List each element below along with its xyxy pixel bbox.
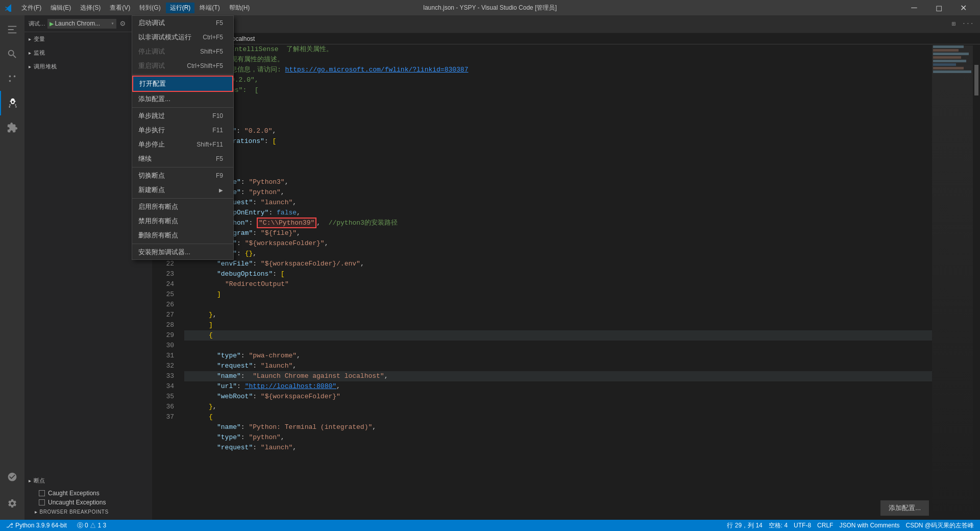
restart-debug-shortcut: Ctrl+Shift+F5	[187, 62, 223, 69]
menu-continue[interactable]: 继续 F5	[132, 152, 233, 166]
restart-debug-label: 重启调试	[138, 61, 165, 70]
step-into-shortcut: F11	[212, 127, 223, 134]
open-config-label: 打开配置	[139, 79, 166, 88]
menu-sep-1	[132, 74, 233, 75]
step-out-label: 单步停止	[138, 140, 165, 149]
toggle-breakpoint-shortcut: F9	[216, 172, 223, 179]
disable-all-label: 禁用所有断点	[138, 216, 178, 226]
start-debug-shortcut: F5	[216, 19, 223, 27]
continue-label: 继续	[138, 154, 152, 163]
run-without-debug-shortcut: Ctrl+F5	[203, 34, 223, 41]
new-breakpoint-arrow-icon: ▶	[219, 187, 223, 193]
menu-start-debug[interactable]: 启动调试 F5	[132, 16, 233, 30]
menu-step-over[interactable]: 单步跳过 F10	[132, 109, 233, 123]
menu-toggle-breakpoint[interactable]: 切换断点 F9	[132, 168, 233, 183]
menu-enable-all-breakpoints[interactable]: 启用所有断点	[132, 200, 233, 214]
menu-install-debugger[interactable]: 安装附加调试器...	[132, 245, 233, 259]
step-into-label: 单步执行	[138, 126, 165, 135]
step-over-label: 单步跳过	[138, 111, 165, 120]
continue-shortcut: F5	[216, 155, 223, 162]
enable-all-label: 启用所有断点	[138, 202, 178, 211]
run-dropdown-menu: 启动调试 F5 以非调试模式运行 Ctrl+F5 停止调试 Shift+F5 重…	[132, 15, 234, 260]
add-config-label: 添加配置...	[138, 94, 170, 104]
menu-step-into[interactable]: 单步执行 F11	[132, 123, 233, 137]
stop-debug-label: 停止调试	[138, 47, 165, 56]
menu-sep-2	[132, 107, 233, 108]
new-breakpoint-label: 新建断点	[138, 185, 165, 195]
install-debugger-label: 安装附加调试器...	[138, 248, 190, 257]
run-without-debug-label: 以非调试模式运行	[138, 33, 191, 42]
menu-disable-all-breakpoints[interactable]: 禁用所有断点	[132, 214, 233, 228]
menu-stop-debug: 停止调试 Shift+F5	[132, 44, 233, 59]
toggle-breakpoint-label: 切换断点	[138, 171, 165, 180]
menu-sep-5	[132, 244, 233, 244]
stop-debug-shortcut: Shift+F5	[200, 48, 223, 55]
menu-run-without-debug[interactable]: 以非调试模式运行 Ctrl+F5	[132, 30, 233, 44]
menu-restart-debug: 重启调试 Ctrl+Shift+F5	[132, 59, 233, 73]
step-over-shortcut: F10	[212, 112, 223, 119]
menu-new-breakpoint[interactable]: 新建断点 ▶	[132, 183, 233, 197]
menu-sep-4	[132, 198, 233, 199]
step-out-shortcut: Shift+F11	[197, 141, 223, 148]
remove-all-label: 删除所有断点	[138, 231, 178, 240]
start-debug-label: 启动调试	[138, 18, 165, 28]
menu-add-config[interactable]: 添加配置...	[132, 92, 233, 106]
menu-sep-3	[132, 167, 233, 167]
menu-remove-all-breakpoints[interactable]: 删除所有断点	[132, 228, 233, 243]
menu-step-out[interactable]: 单步停止 Shift+F11	[132, 137, 233, 152]
menu-open-config[interactable]: 打开配置	[132, 76, 233, 92]
